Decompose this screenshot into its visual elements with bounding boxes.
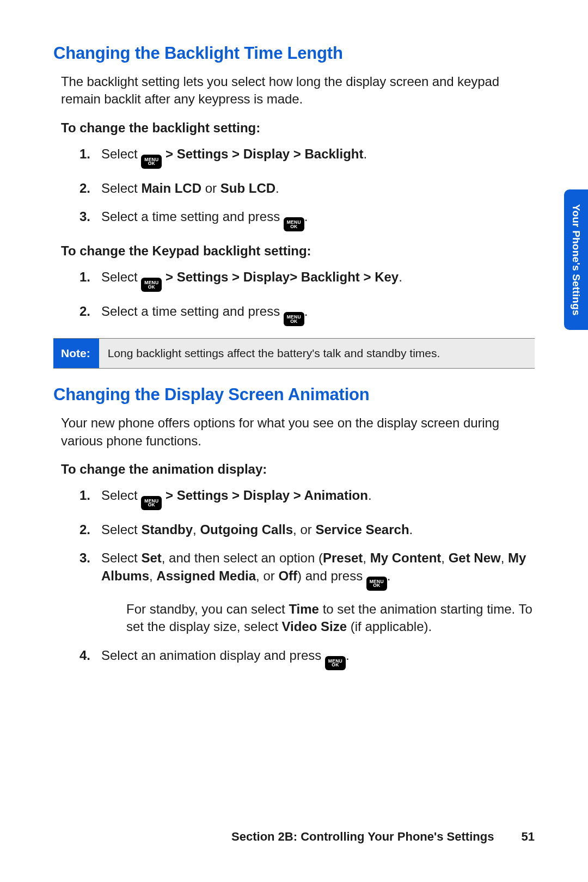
text: Video Size bbox=[281, 619, 347, 634]
text: . bbox=[387, 568, 391, 583]
menu-ok-key-icon: MENUOK bbox=[325, 656, 346, 670]
menu-ok-key-icon: MENUOK bbox=[366, 577, 387, 591]
menu-ok-key-icon: MENUOK bbox=[141, 496, 162, 510]
step: 2. Select a time setting and press MENUO… bbox=[86, 303, 535, 326]
lead-keypad-backlight: To change the Keypad backlight setting: bbox=[61, 243, 535, 259]
step: 3. Select a time setting and press MENUO… bbox=[86, 208, 535, 231]
text: > Settings > Display> Backlight > Key bbox=[162, 270, 399, 284]
note-box: Note: Long backlight settings affect the… bbox=[53, 338, 535, 369]
text: Service Search bbox=[315, 522, 409, 537]
text: , bbox=[193, 522, 200, 537]
text: Select a time setting and press bbox=[101, 209, 284, 224]
text: For standby, you can select bbox=[126, 602, 289, 616]
step: 2. Select Main LCD or Sub LCD. bbox=[86, 180, 535, 197]
text: Get New bbox=[449, 550, 501, 565]
step: 2. Select Standby, Outgoing Calls, or Se… bbox=[86, 521, 535, 538]
text: , bbox=[501, 550, 508, 565]
text: Set bbox=[141, 550, 161, 565]
heading-backlight: Changing the Backlight Time Length bbox=[53, 44, 535, 63]
text: Sub LCD bbox=[220, 181, 275, 195]
text: (if applicable). bbox=[347, 619, 432, 634]
step: 4. Select an animation display and press… bbox=[86, 647, 535, 670]
lead-animation: To change the animation display: bbox=[61, 462, 535, 477]
text: , bbox=[441, 550, 448, 565]
menu-ok-key-icon: MENUOK bbox=[284, 312, 304, 326]
text: Select bbox=[101, 488, 141, 503]
text: . bbox=[275, 181, 279, 195]
text: > Settings > Display > Backlight bbox=[162, 146, 363, 161]
text: Standby bbox=[141, 522, 193, 537]
menu-ok-key-icon: MENUOK bbox=[141, 155, 162, 169]
menu-ok-key-icon: MENUOK bbox=[141, 278, 162, 292]
section2-body: Your new phone offers options for what y… bbox=[61, 414, 535, 450]
text: . bbox=[304, 209, 308, 224]
side-tab-label: Your Phone's Settings bbox=[570, 204, 582, 316]
text: Select an animation display and press bbox=[101, 648, 325, 663]
text: ) and press bbox=[297, 568, 366, 583]
text: . bbox=[368, 488, 372, 503]
text: Select bbox=[101, 146, 141, 161]
manual-page: Your Phone's Settings Changing the Backl… bbox=[0, 0, 588, 882]
text: , or bbox=[293, 522, 315, 537]
text: , bbox=[363, 550, 370, 565]
text: Select bbox=[101, 522, 141, 537]
page-number: 51 bbox=[522, 830, 535, 843]
text: . bbox=[409, 522, 413, 537]
menu-ok-key-icon: MENUOK bbox=[284, 217, 304, 231]
side-tab: Your Phone's Settings bbox=[564, 189, 588, 330]
step: 1. Select MENUOK > Settings > Display > … bbox=[86, 145, 535, 169]
text: Select a time setting and press bbox=[101, 304, 284, 318]
section1-body: The backlight setting lets you select ho… bbox=[61, 73, 535, 108]
text: Outgoing Calls bbox=[200, 522, 293, 537]
note-text: Long backlight settings affect the batte… bbox=[99, 339, 535, 368]
steps-keypad-backlight: 1. Select MENUOK > Settings > Display> B… bbox=[53, 268, 535, 326]
page-footer: Section 2B: Controlling Your Phone's Set… bbox=[53, 830, 535, 844]
text: Main LCD bbox=[141, 181, 201, 195]
text: . bbox=[364, 146, 367, 161]
steps-animation: 1. Select MENUOK > Settings > Display > … bbox=[53, 487, 535, 670]
footer-section: Section 2B: Controlling Your Phone's Set… bbox=[231, 830, 494, 843]
text: Select bbox=[101, 181, 141, 195]
text: Off bbox=[278, 568, 297, 583]
text: . bbox=[304, 304, 308, 318]
text: , and then select an option ( bbox=[162, 550, 323, 565]
lead-backlight-setting: To change the backlight setting: bbox=[61, 120, 535, 136]
text: > Settings > Display > Animation bbox=[162, 488, 368, 503]
text: , bbox=[149, 568, 156, 583]
text: , or bbox=[256, 568, 278, 583]
heading-animation: Changing the Display Screen Animation bbox=[53, 385, 535, 405]
text: . bbox=[346, 648, 350, 663]
text: Time bbox=[289, 602, 319, 616]
step: 1. Select MENUOK > Settings > Display> B… bbox=[86, 268, 535, 292]
step: 1. Select MENUOK > Settings > Display > … bbox=[86, 487, 535, 510]
text: or bbox=[201, 181, 220, 195]
text: My Content bbox=[370, 550, 442, 565]
step: 3. Select Set, and then select an option… bbox=[86, 549, 535, 635]
sub-note: For standby, you can select Time to set … bbox=[126, 601, 535, 636]
text: Assigned Media bbox=[156, 568, 256, 583]
note-label: Note: bbox=[53, 339, 99, 368]
text: Select bbox=[101, 550, 141, 565]
text: Select bbox=[101, 270, 141, 284]
text: . bbox=[399, 270, 402, 284]
text: Preset bbox=[323, 550, 363, 565]
steps-backlight: 1. Select MENUOK > Settings > Display > … bbox=[53, 145, 535, 231]
